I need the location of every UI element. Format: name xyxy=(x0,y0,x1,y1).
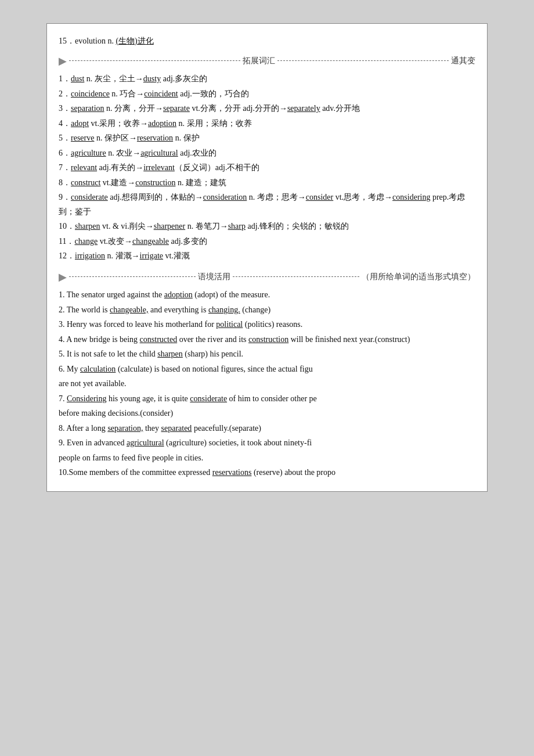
vocab-section-right: 通其变 xyxy=(451,54,475,68)
practice-item-6-cont: are not yet available. xyxy=(59,377,475,391)
vocab-item-8: 8．construct vt.建造→construction n. 建造；建筑 xyxy=(59,176,475,190)
practice-item-2: 2. The world is changeable, and everythi… xyxy=(59,303,475,318)
vocab-item-12: 12．irrigation n. 灌溉→irrigate vt.灌溉 xyxy=(59,249,475,264)
vocab-list: 1．dust n. 灰尘，尘土→dusty adj.多灰尘的 2．coincid… xyxy=(59,72,475,264)
practice-item-7-cont: before making decisions.(consider) xyxy=(59,406,475,421)
practice-section-label: 语境活用 xyxy=(198,270,230,284)
item-15-underline: (生物)进化 xyxy=(116,37,153,45)
practice-item-3: 3. Henry was forced to leave his motherl… xyxy=(59,318,475,332)
vocab-item-10: 10．sharpen vt. & vi.削尖→sharpener n. 卷笔刀→… xyxy=(59,219,475,234)
practice-item-6: 6. My calculation (calculate) is based o… xyxy=(59,362,475,377)
practice-item-9-cont: people on farms to feed five people in c… xyxy=(59,451,475,466)
vocab-item-6: 6．agriculture n. 农业→agricultural adj.农业的 xyxy=(59,146,475,161)
vocab-item-9: 9．considerate adj.想得周到的，体贴的→consideratio… xyxy=(59,190,475,219)
vocab-arrow-icon: ▶ xyxy=(59,52,67,70)
practice-item-10: 10.Some members of the committee express… xyxy=(59,466,475,480)
practice-item-8: 8. After a long separation, they separat… xyxy=(59,422,475,436)
vocab-item-11: 11．change vt.改变→changeable adj.多变的 xyxy=(59,235,475,249)
vocab-item-3: 3．separation n. 分离，分开→separate vt.分离，分开 … xyxy=(59,102,475,116)
item-15: 15．evolution n. (生物)进化 xyxy=(59,34,475,49)
practice-section-header: ▶ 语境活用 （用所给单词的适当形式填空） xyxy=(59,268,475,286)
vocab-item-2: 2．coincidence n. 巧合→coincident adj.一致的，巧… xyxy=(59,87,475,102)
practice-item-9: 9. Even in advanced agricultural (agricu… xyxy=(59,436,475,451)
practice-item-5: 5. It is not safe to let the child sharp… xyxy=(59,347,475,362)
practice-list: 1. The senator urged against the adoptio… xyxy=(59,288,475,480)
item-15-num: 15．evolution n. xyxy=(59,37,116,45)
practice-section-right: （用所给单词的适当形式填空） xyxy=(362,270,475,284)
practice-item-7: 7. Considering his young age, it is quit… xyxy=(59,392,475,406)
practice-item-1: 1. The senator urged against the adoptio… xyxy=(59,288,475,303)
practice-arrow-icon: ▶ xyxy=(59,268,67,286)
main-content: 15．evolution n. (生物)进化 ▶ 拓展词汇 通其变 1．dust… xyxy=(46,23,488,492)
vocab-item-5: 5．reserve n. 保护区→reservation n. 保护 xyxy=(59,131,475,146)
vocab-item-7: 7．relevant adj.有关的→irrelevant（反义词）adj.不相… xyxy=(59,161,475,175)
vocab-item-1: 1．dust n. 灰尘，尘土→dusty adj.多灰尘的 xyxy=(59,72,475,87)
vocab-item-4: 4．adopt vt.采用；收养→adoption n. 采用；采纳；收养 xyxy=(59,117,475,131)
vocab-section-label: 拓展词汇 xyxy=(243,54,275,68)
practice-item-4: 4. A new bridge is being constructed ove… xyxy=(59,333,475,347)
vocab-section-header: ▶ 拓展词汇 通其变 xyxy=(59,52,475,70)
